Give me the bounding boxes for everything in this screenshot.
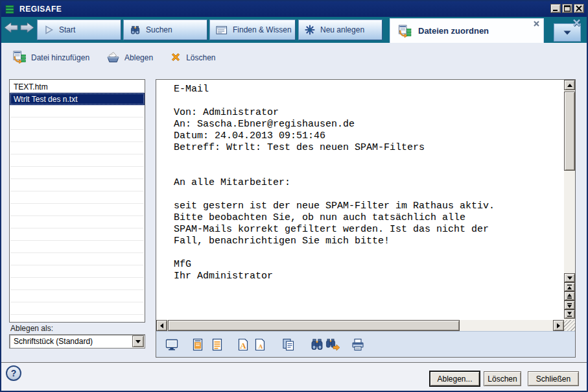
chevron-down-icon xyxy=(563,30,572,36)
asterisk-icon xyxy=(305,25,315,35)
window-controls xyxy=(550,4,584,13)
add-file-button[interactable]: Datei hinzufügen xyxy=(8,48,95,68)
scroll-left-button[interactable] xyxy=(156,320,167,331)
tabbar-close-icon[interactable] xyxy=(572,18,582,28)
tab-dateien-zuordnen-active[interactable]: Dateien zuordnen xyxy=(390,18,544,43)
tab-label: Start xyxy=(59,25,75,34)
svg-text:A: A xyxy=(259,343,263,350)
start-icon xyxy=(43,25,54,35)
document-form-icon xyxy=(216,25,228,35)
ablegen-als-dropdown[interactable]: Schriftstück (Standard) xyxy=(9,334,145,349)
add-file-icon xyxy=(13,51,27,66)
page-up-button[interactable] xyxy=(564,291,575,300)
footer-bar: ? Ablegen... Löschen Schließen xyxy=(1,363,587,391)
delete-label: Löschen xyxy=(186,53,215,62)
file-drop-label: Ablegen xyxy=(124,53,153,62)
maximize-button[interactable] xyxy=(562,4,572,13)
tab-label: Suchen xyxy=(146,25,172,34)
regisafe-logo-icon xyxy=(5,5,15,14)
active-tab-label: Dateien zuordnen xyxy=(418,26,489,36)
command-toolbar: Datei hinzufügen Ablegen Löschen xyxy=(1,43,587,73)
delete-x-icon xyxy=(170,51,182,65)
tab-bar: Start Suchen xyxy=(1,17,587,43)
button-label: Löschen xyxy=(488,374,517,384)
email-body[interactable]: E-Mail Von: Administrator An: Sascha.Ebn… xyxy=(156,80,564,320)
forward-arrow-icon[interactable] xyxy=(20,22,34,33)
scroll-right-button[interactable] xyxy=(553,320,564,331)
find-icon[interactable] xyxy=(309,337,325,352)
text-layout-icon[interactable] xyxy=(209,337,225,352)
close-button[interactable] xyxy=(574,4,584,13)
dropdown-value: Schriftstück (Standard) xyxy=(10,337,132,346)
tab-start[interactable]: Start xyxy=(37,19,121,40)
window-title: REGISAFE xyxy=(19,5,62,14)
file-list-rows xyxy=(10,80,144,321)
back-arrow-icon[interactable] xyxy=(4,22,18,33)
file-drop-button[interactable]: Ablegen xyxy=(101,49,158,67)
dropdown-arrow-button[interactable] xyxy=(132,336,144,347)
scroll-down-button[interactable] xyxy=(564,273,575,282)
page-layout-icon[interactable] xyxy=(190,337,206,352)
add-file-label: Datei hinzufügen xyxy=(31,53,89,62)
tab-finden-wissen[interactable]: Finden & Wissen xyxy=(209,19,296,40)
go-top-button[interactable] xyxy=(564,282,575,291)
ablegen-als-label: Ablegen als: xyxy=(10,324,53,333)
svg-text:A: A xyxy=(240,341,246,350)
font-smaller-icon[interactable]: A xyxy=(252,337,268,352)
binoculars-icon xyxy=(130,25,141,35)
email-preview-panel: E-Mail Von: Administrator An: Sascha.Ebn… xyxy=(156,79,576,358)
button-label: Ablegen... xyxy=(437,374,472,384)
find-next-icon[interactable] xyxy=(325,337,340,352)
vertical-scrollbar[interactable] xyxy=(564,80,575,320)
print-icon[interactable] xyxy=(350,337,366,352)
scroll-up-button[interactable] xyxy=(564,80,575,90)
resize-grip[interactable] xyxy=(564,320,575,331)
font-larger-icon[interactable]: A xyxy=(235,337,251,352)
loeschen-footer-button[interactable]: Löschen xyxy=(484,371,521,386)
ablegen-footer-button[interactable]: Ablegen... xyxy=(429,371,480,387)
tab-label: Finden & Wissen xyxy=(233,25,292,34)
help-button[interactable]: ? xyxy=(6,365,21,381)
file-name: Wtrlt Test des n.txt xyxy=(14,95,77,104)
file-drop-icon xyxy=(106,51,120,65)
monitor-icon[interactable] xyxy=(164,337,180,352)
caret-down-icon xyxy=(135,340,141,343)
file-list-item-selected[interactable]: Wtrlt Test des n.txt xyxy=(10,93,145,105)
file-list-item[interactable]: TEXT.htm xyxy=(10,80,145,93)
schliessen-footer-button[interactable]: Schließen xyxy=(528,371,579,386)
assign-files-icon xyxy=(398,25,412,38)
delete-button[interactable]: Löschen xyxy=(165,49,220,67)
titlebar: REGISAFE xyxy=(1,1,587,17)
file-list[interactable]: TEXT.htm Wtrlt Test des n.txt xyxy=(9,79,145,323)
horizontal-scrollbar[interactable] xyxy=(156,320,564,331)
copy-icon[interactable] xyxy=(281,337,296,352)
regisafe-window: REGISAFE St xyxy=(0,0,588,392)
button-label: Schließen xyxy=(536,374,570,384)
vertical-scroll-thumb[interactable] xyxy=(564,92,575,171)
file-name: TEXT.htm xyxy=(14,82,48,92)
history-nav xyxy=(4,22,34,33)
viewer-toolbar: A A xyxy=(156,331,575,357)
tab-close-icon[interactable] xyxy=(533,20,540,27)
horizontal-scroll-thumb[interactable] xyxy=(168,320,460,331)
tab-neu-anlegen[interactable]: Neu anlegen xyxy=(298,19,382,40)
go-bottom-button[interactable] xyxy=(564,310,575,319)
minimize-button[interactable] xyxy=(550,4,561,13)
page-down-button[interactable] xyxy=(564,300,575,310)
tab-suchen[interactable]: Suchen xyxy=(123,19,207,40)
tab-label: Neu anlegen xyxy=(320,25,364,34)
